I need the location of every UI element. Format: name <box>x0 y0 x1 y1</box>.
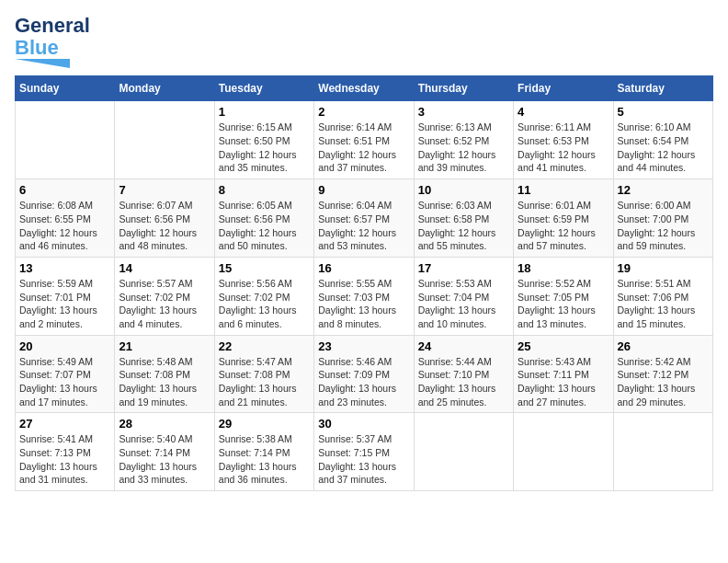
weekday-header-friday: Friday <box>514 76 613 101</box>
calendar-cell: 2Sunrise: 6:14 AMSunset: 6:51 PMDaylight… <box>314 101 414 179</box>
day-number: 27 <box>19 417 110 431</box>
calendar-cell: 20Sunrise: 5:49 AMSunset: 7:07 PMDayligh… <box>16 335 115 413</box>
day-number: 11 <box>518 183 609 197</box>
logo-text: GeneralBlue <box>15 15 90 59</box>
calendar-cell: 17Sunrise: 5:53 AMSunset: 7:04 PMDayligh… <box>414 257 513 335</box>
day-number: 20 <box>19 339 110 353</box>
day-info: Sunrise: 6:11 AMSunset: 6:53 PMDaylight:… <box>518 121 609 175</box>
day-number: 9 <box>318 183 409 197</box>
day-info: Sunrise: 5:46 AMSunset: 7:09 PMDaylight:… <box>318 355 409 409</box>
calendar-cell: 7Sunrise: 6:07 AMSunset: 6:56 PMDaylight… <box>115 179 214 258</box>
day-info: Sunrise: 5:59 AMSunset: 7:01 PMDaylight:… <box>19 277 110 331</box>
weekday-header-monday: Monday <box>115 76 214 101</box>
day-info: Sunrise: 6:08 AMSunset: 6:55 PMDaylight:… <box>19 199 110 253</box>
page-header: GeneralBlue <box>15 15 713 68</box>
day-number: 13 <box>19 261 110 275</box>
calendar-cell: 8Sunrise: 6:05 AMSunset: 6:56 PMDaylight… <box>214 179 313 258</box>
day-info: Sunrise: 5:37 AMSunset: 7:15 PMDaylight:… <box>318 432 409 487</box>
calendar-cell: 12Sunrise: 6:00 AMSunset: 7:00 PMDayligh… <box>613 179 712 258</box>
day-info: Sunrise: 6:03 AMSunset: 6:58 PMDaylight:… <box>418 199 509 253</box>
day-info: Sunrise: 5:51 AMSunset: 7:06 PMDaylight:… <box>618 277 709 331</box>
calendar-cell: 21Sunrise: 5:48 AMSunset: 7:08 PMDayligh… <box>115 335 214 413</box>
calendar-week-2: 6Sunrise: 6:08 AMSunset: 6:55 PMDaylight… <box>16 179 713 258</box>
day-info: Sunrise: 5:44 AMSunset: 7:10 PMDaylight:… <box>418 355 509 409</box>
day-info: Sunrise: 6:04 AMSunset: 6:57 PMDaylight:… <box>318 199 409 253</box>
day-info: Sunrise: 5:48 AMSunset: 7:08 PMDaylight:… <box>119 355 210 409</box>
day-number: 6 <box>19 183 110 197</box>
day-info: Sunrise: 5:53 AMSunset: 7:04 PMDaylight:… <box>418 277 509 331</box>
calendar-cell: 19Sunrise: 5:51 AMSunset: 7:06 PMDayligh… <box>613 257 712 335</box>
calendar-cell: 26Sunrise: 5:42 AMSunset: 7:12 PMDayligh… <box>613 335 712 413</box>
calendar-cell: 4Sunrise: 6:11 AMSunset: 6:53 PMDaylight… <box>514 101 613 179</box>
day-number: 23 <box>318 339 409 353</box>
calendar-cell: 9Sunrise: 6:04 AMSunset: 6:57 PMDaylight… <box>314 179 414 258</box>
day-number: 1 <box>219 105 310 119</box>
calendar-header: SundayMondayTuesdayWednesdayThursdayFrid… <box>16 76 713 101</box>
logo: GeneralBlue <box>15 15 90 68</box>
weekday-header-sunday: Sunday <box>16 76 115 101</box>
day-number: 15 <box>219 261 310 275</box>
day-number: 29 <box>219 417 310 431</box>
day-info: Sunrise: 6:14 AMSunset: 6:51 PMDaylight:… <box>318 121 409 175</box>
weekday-header-wednesday: Wednesday <box>314 76 414 101</box>
day-number: 26 <box>618 339 709 353</box>
calendar-cell: 1Sunrise: 6:15 AMSunset: 6:50 PMDaylight… <box>214 101 313 179</box>
weekday-header-tuesday: Tuesday <box>214 76 313 101</box>
calendar-cell: 23Sunrise: 5:46 AMSunset: 7:09 PMDayligh… <box>314 335 414 413</box>
calendar-week-4: 20Sunrise: 5:49 AMSunset: 7:07 PMDayligh… <box>16 335 713 413</box>
day-info: Sunrise: 6:07 AMSunset: 6:56 PMDaylight:… <box>119 199 210 253</box>
weekday-header-row: SundayMondayTuesdayWednesdayThursdayFrid… <box>16 76 713 101</box>
day-info: Sunrise: 5:55 AMSunset: 7:03 PMDaylight:… <box>318 277 409 331</box>
day-number: 22 <box>219 339 310 353</box>
calendar-cell: 5Sunrise: 6:10 AMSunset: 6:54 PMDaylight… <box>613 101 712 179</box>
calendar-cell <box>514 413 613 491</box>
calendar-cell: 28Sunrise: 5:40 AMSunset: 7:14 PMDayligh… <box>115 413 214 491</box>
day-number: 28 <box>119 417 210 431</box>
day-info: Sunrise: 6:15 AMSunset: 6:50 PMDaylight:… <box>219 121 310 175</box>
calendar-cell <box>115 101 214 179</box>
calendar-cell: 13Sunrise: 5:59 AMSunset: 7:01 PMDayligh… <box>16 257 115 335</box>
day-number: 17 <box>418 261 509 275</box>
day-number: 30 <box>318 417 409 431</box>
day-info: Sunrise: 5:40 AMSunset: 7:14 PMDaylight:… <box>119 432 210 487</box>
day-number: 7 <box>119 183 210 197</box>
svg-marker-0 <box>15 59 70 68</box>
day-number: 16 <box>318 261 409 275</box>
day-number: 5 <box>618 105 709 119</box>
calendar-cell: 25Sunrise: 5:43 AMSunset: 7:11 PMDayligh… <box>514 335 613 413</box>
calendar-week-5: 27Sunrise: 5:41 AMSunset: 7:13 PMDayligh… <box>16 413 713 491</box>
calendar-cell: 30Sunrise: 5:37 AMSunset: 7:15 PMDayligh… <box>314 413 414 491</box>
day-info: Sunrise: 5:38 AMSunset: 7:14 PMDaylight:… <box>219 432 310 487</box>
day-number: 18 <box>518 261 609 275</box>
day-number: 25 <box>518 339 609 353</box>
day-info: Sunrise: 6:10 AMSunset: 6:54 PMDaylight:… <box>618 121 709 175</box>
day-info: Sunrise: 5:56 AMSunset: 7:02 PMDaylight:… <box>219 277 310 331</box>
day-number: 10 <box>418 183 509 197</box>
calendar-week-1: 1Sunrise: 6:15 AMSunset: 6:50 PMDaylight… <box>16 101 713 179</box>
day-number: 24 <box>418 339 509 353</box>
day-number: 4 <box>518 105 609 119</box>
calendar-cell <box>414 413 513 491</box>
calendar-cell: 22Sunrise: 5:47 AMSunset: 7:08 PMDayligh… <box>214 335 313 413</box>
day-info: Sunrise: 6:05 AMSunset: 6:56 PMDaylight:… <box>219 199 310 253</box>
day-info: Sunrise: 5:49 AMSunset: 7:07 PMDaylight:… <box>19 355 110 409</box>
weekday-header-thursday: Thursday <box>414 76 513 101</box>
day-info: Sunrise: 5:43 AMSunset: 7:11 PMDaylight:… <box>518 355 609 409</box>
calendar-cell <box>16 101 115 179</box>
calendar-cell: 27Sunrise: 5:41 AMSunset: 7:13 PMDayligh… <box>16 413 115 491</box>
logo-decoration <box>15 59 70 68</box>
calendar-table: SundayMondayTuesdayWednesdayThursdayFrid… <box>15 75 713 491</box>
calendar-cell <box>613 413 712 491</box>
day-number: 12 <box>618 183 709 197</box>
calendar-cell: 29Sunrise: 5:38 AMSunset: 7:14 PMDayligh… <box>214 413 313 491</box>
calendar-week-3: 13Sunrise: 5:59 AMSunset: 7:01 PMDayligh… <box>16 257 713 335</box>
day-info: Sunrise: 6:00 AMSunset: 7:00 PMDaylight:… <box>618 199 709 253</box>
day-info: Sunrise: 5:52 AMSunset: 7:05 PMDaylight:… <box>518 277 609 331</box>
day-info: Sunrise: 6:13 AMSunset: 6:52 PMDaylight:… <box>418 121 509 175</box>
logo-blue: Blue <box>15 36 59 59</box>
calendar-cell: 15Sunrise: 5:56 AMSunset: 7:02 PMDayligh… <box>214 257 313 335</box>
calendar-cell: 14Sunrise: 5:57 AMSunset: 7:02 PMDayligh… <box>115 257 214 335</box>
calendar-body: 1Sunrise: 6:15 AMSunset: 6:50 PMDaylight… <box>16 101 713 491</box>
weekday-header-saturday: Saturday <box>613 76 712 101</box>
day-number: 8 <box>219 183 310 197</box>
